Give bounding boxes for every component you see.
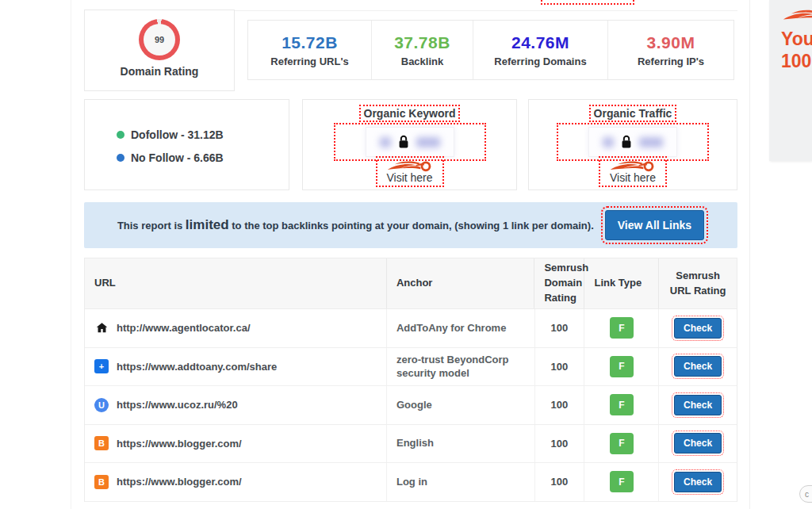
row-domain-rating-value: 100 [535,348,585,386]
row-anchor-text: zero-trust BeyondCorp security model [387,348,535,386]
row-url-link[interactable]: http://www.agentlocator.ca/ [117,322,251,334]
blurred-value-blob [380,137,391,147]
table-row: Uhttps://www.ucoz.ru/%20Google100FCheck [85,386,737,425]
side-panel-text-line1: You [781,29,812,50]
row-anchor-text: Log in [387,463,535,501]
corner-widget-button[interactable]: c [799,485,812,503]
semrush-flame-icon [780,6,812,24]
dofollow-item: Dofollow - 31.12B [117,128,289,141]
check-button[interactable]: Check [674,356,722,377]
view-all-links-button[interactable]: View All Links [605,210,704,240]
column-header-semrush-domain-rating: Semrush Domain Rating [534,258,584,308]
top-dotted-selection-fragment [541,0,634,5]
banner-text-post: to the top backlinks pointing at your do… [232,220,593,232]
table-row: http://www.agentlocator.ca/AddToAny for … [85,309,737,348]
organic-keyword-title: Organic Keyword [362,107,458,120]
table-row: +https://www.addtoany.com/sharezero-trus… [85,348,737,387]
lock-icon [396,134,412,150]
table-row: Bhttps://www.blogger.com/English100FChec… [85,425,737,464]
table-body: http://www.agentlocator.ca/AddToAny for … [85,309,737,502]
side-panel-text-line2: 100 [781,51,811,72]
side-ad-panel[interactable]: You 100 [769,0,812,161]
right-divider [749,0,750,509]
row-url-link[interactable]: https://www.blogger.com/ [117,438,242,450]
blurred-value-blob [639,137,663,147]
row-anchor-text: English [387,425,535,463]
stat-label: Referring Domains [494,55,586,67]
nofollow-dot-icon [117,154,124,162]
banner-text-emphasis: limited [186,217,229,232]
organic-traffic-locked-value[interactable] [558,124,707,159]
link-type-badge: F [610,317,634,339]
row-domain-rating-value: 100 [535,386,585,424]
blogger-favicon-icon: B [94,436,109,450]
dofollow-dot-icon [117,131,124,139]
stat-referring-domains: 24.76M Referring Domains [473,21,608,79]
stat-label: Referring IP's [638,55,704,67]
stat-value: 15.72B [282,33,338,52]
banner-text: This report is limited to the top backli… [117,217,594,233]
check-button[interactable]: Check [674,472,722,492]
organic-keyword-visit-link[interactable]: Visit here [377,158,442,186]
page: 99 Domain Rating 15.72B Referring URL's … [0,0,812,509]
organic-traffic-card: Organic Traffic Visit here [528,99,737,190]
blurred-value-blob [603,137,614,147]
stat-backlink: 37.78B Backlink [372,21,473,79]
nofollow-item: No Follow - 6.66B [117,151,289,164]
addtoany-favicon-icon: + [94,359,109,373]
column-header-semrush-url-rating: Semrush URL Rating [659,258,737,308]
link-type-badge: F [610,356,634,377]
link-type-badge: F [610,471,634,492]
dofollow-label: Dofollow - 31.12B [131,128,224,141]
column-header-link-type: Link Type [584,258,659,308]
blurred-value-blob [416,137,440,147]
link-type-badge: F [610,394,634,415]
stat-value: 24.76M [511,33,569,52]
table-header-row: URL Anchor Semrush Domain Rating Link Ty… [85,258,737,309]
row-domain-rating-value: 100 [535,309,585,347]
stat-value: 3.90M [647,33,695,52]
table-row: Bhttps://www.blogger.com/Log in100FCheck [85,463,737,502]
blogger-favicon-icon: B [94,475,109,489]
stat-referring-ips: 3.90M Referring IP's [608,21,733,79]
stats-card: 15.72B Referring URL's 37.78B Backlink 2… [247,20,734,80]
check-button[interactable]: Check [674,318,722,339]
row-anchor-text: AddToAny for Chrome [387,309,535,347]
row-domain-rating-value: 100 [535,425,585,463]
backlinks-table: URL Anchor Semrush Domain Rating Link Ty… [84,258,737,502]
link-type-badge: F [610,433,634,454]
stat-value: 37.78B [394,33,450,52]
domain-rating-label: Domain Rating [85,65,234,78]
row-domain-rating-value: 100 [535,463,585,501]
row-url-link[interactable]: https://www.blogger.com/ [117,476,242,488]
organic-keyword-locked-value[interactable] [335,124,485,159]
check-button[interactable]: Check [674,433,722,454]
check-button[interactable]: Check [674,395,722,415]
row-anchor-text: Google [387,386,535,424]
column-header-anchor: Anchor [387,258,535,308]
stat-label: Referring URL's [270,55,348,67]
limited-report-banner: This report is limited to the top backli… [84,202,737,248]
stat-referring-urls: 15.72B Referring URL's [248,21,372,79]
lock-icon [619,134,634,150]
domain-rating-value: 99 [144,24,175,55]
visit-here-label: Visit here [386,171,432,184]
organic-traffic-visit-link[interactable]: Visit here [600,158,665,186]
left-divider [71,0,71,509]
follow-stats-card: Dofollow - 31.12B No Follow - 6.66B [84,99,289,190]
column-header-url: URL [85,258,387,308]
banner-text-pre: This report is [117,220,182,232]
home-icon [95,321,109,335]
organic-keyword-card: Organic Keyword Visit here [302,99,517,190]
nofollow-label: No Follow - 6.66B [131,151,224,164]
stat-label: Backlink [401,55,443,67]
domain-rating-ring: 99 [139,19,180,60]
home-favicon-icon [94,321,109,335]
row-url-link[interactable]: https://www.ucoz.ru/%20 [117,399,238,411]
visit-here-label: Visit here [610,171,656,184]
organic-traffic-title: Organic Traffic [592,107,675,120]
ucoz-favicon-icon: U [94,398,109,412]
row-url-link[interactable]: https://www.addtoany.com/share [117,361,277,373]
domain-rating-card: 99 Domain Rating [84,10,235,91]
